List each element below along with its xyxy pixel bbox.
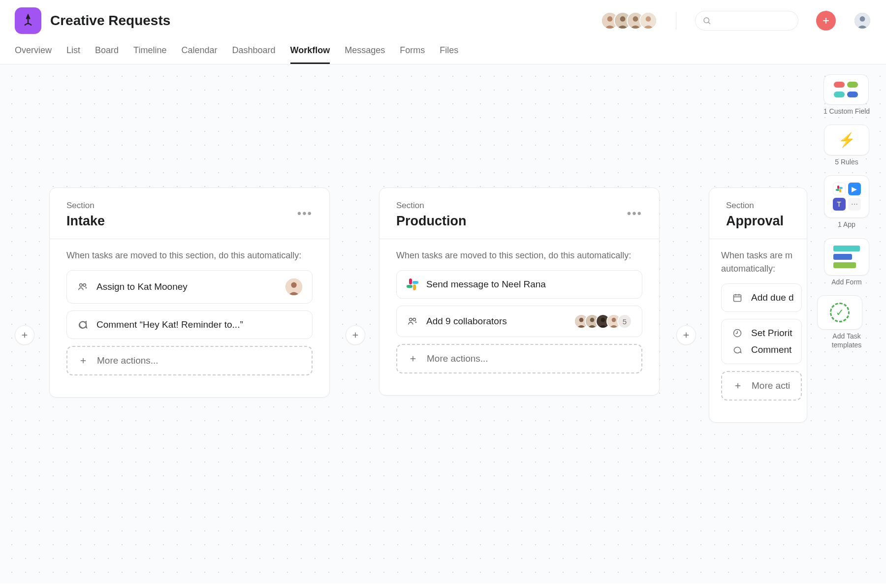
- tool-custom-fields[interactable]: 1 Custom Field: [823, 74, 870, 116]
- section-label: Section: [726, 201, 784, 211]
- project-icon: [15, 7, 41, 34]
- rule-comment[interactable]: Comment “Hey Kat! Reminder to...”: [66, 310, 313, 339]
- rule-collaborators[interactable]: Add 9 collaborators 5: [396, 306, 642, 337]
- tool-rail: 1 Custom Field ⚡ 5 Rules ▶: [817, 74, 876, 574]
- rule-priority-comment[interactable]: Set Priorit Comment: [721, 319, 802, 364]
- collaborator-avatars: 5: [574, 314, 632, 329]
- more-actions-label: More actions...: [427, 353, 488, 364]
- tab-files[interactable]: Files: [440, 40, 458, 64]
- more-apps-icon: ⋯: [848, 198, 861, 211]
- project-header: Creative Requests Overview List Board Ti…: [0, 0, 886, 64]
- plus-icon: [351, 331, 360, 340]
- svg-line-9: [708, 22, 710, 24]
- rule-text: Add due d: [751, 292, 794, 303]
- svg-point-13: [860, 16, 865, 22]
- add-section-button[interactable]: [15, 325, 34, 345]
- section-label: Section: [396, 201, 467, 211]
- more-actions-button[interactable]: More acti: [721, 371, 802, 401]
- svg-point-33: [612, 318, 616, 322]
- svg-point-16: [80, 284, 83, 287]
- add-section-button[interactable]: [346, 325, 365, 345]
- rule-text: Add 9 collaborators: [426, 316, 507, 327]
- plus-icon: [20, 331, 29, 340]
- svg-point-27: [579, 318, 584, 322]
- section-card-intake[interactable]: Section Intake ••• When tasks are moved …: [49, 187, 330, 398]
- svg-point-3: [620, 16, 626, 22]
- assign-icon: [77, 281, 89, 293]
- section-name: Intake: [66, 214, 105, 229]
- plus-icon: [821, 16, 831, 26]
- tab-workflow[interactable]: Workflow: [290, 40, 330, 64]
- tab-forms[interactable]: Forms: [400, 40, 425, 64]
- svg-point-25: [413, 318, 416, 321]
- tab-calendar[interactable]: Calendar: [181, 40, 217, 64]
- rule-intro: When tasks are mautomatically:: [721, 249, 802, 276]
- rule-text: Comment “Hey Kat! Reminder to...”: [96, 319, 243, 330]
- workflow-canvas[interactable]: Section Intake ••• When tasks are moved …: [0, 64, 886, 584]
- more-actions-button[interactable]: More actions...: [66, 346, 313, 375]
- tool-templates[interactable]: ✓ Add Task templates: [817, 295, 876, 349]
- more-actions-button[interactable]: More actions...: [396, 344, 642, 373]
- plus-icon: [407, 353, 419, 365]
- tab-messages[interactable]: Messages: [345, 40, 385, 64]
- rule-text: Comment: [751, 344, 791, 355]
- tool-rules[interactable]: ⚡ 5 Rules: [824, 124, 869, 166]
- svg-point-8: [704, 18, 709, 23]
- slack-icon: [407, 279, 418, 290]
- comment-icon: [77, 319, 89, 331]
- section-name: Approval: [726, 214, 784, 229]
- svg-point-1: [607, 16, 613, 22]
- assignee-avatar: [285, 279, 302, 295]
- check-circle-icon: ✓: [830, 303, 850, 322]
- svg-point-19: [291, 282, 296, 288]
- search-input[interactable]: [695, 11, 798, 31]
- more-actions-label: More actions...: [97, 355, 158, 366]
- rule-intro: When tasks are moved to this section, do…: [396, 249, 642, 262]
- tool-apps[interactable]: ▶ T ⋯ 1 App: [824, 175, 869, 229]
- svg-point-24: [410, 318, 412, 321]
- rule-text: Send message to Neel Rana: [426, 279, 546, 290]
- tool-form[interactable]: Add Form: [824, 238, 869, 286]
- search-icon: [702, 16, 711, 25]
- calendar-icon: [731, 292, 743, 304]
- section-name: Production: [396, 214, 467, 229]
- member-avatar[interactable]: [639, 12, 657, 30]
- add-button[interactable]: [816, 11, 836, 31]
- separator: [676, 12, 676, 30]
- rule-slack[interactable]: Send message to Neel Rana: [396, 270, 642, 299]
- rule-assign[interactable]: Assign to Kat Mooney: [66, 270, 313, 304]
- project-members[interactable]: [601, 12, 657, 30]
- tab-timeline[interactable]: Timeline: [133, 40, 166, 64]
- priority-icon: [731, 327, 743, 339]
- tab-list[interactable]: List: [66, 40, 80, 64]
- plus-icon: [77, 355, 89, 367]
- zoom-icon: ▶: [848, 183, 861, 195]
- teams-icon: T: [833, 198, 846, 211]
- form-icon: [833, 246, 860, 268]
- svg-point-29: [590, 318, 595, 322]
- collaborators-icon: [407, 315, 418, 327]
- plus-icon: [732, 380, 744, 392]
- section-card-approval[interactable]: Section Approval When tasks are mautomat…: [709, 187, 807, 423]
- svg-rect-38: [734, 295, 741, 301]
- tab-overview[interactable]: Overview: [15, 40, 52, 64]
- tab-dashboard[interactable]: Dashboard: [232, 40, 275, 64]
- current-user-avatar[interactable]: [854, 12, 871, 30]
- svg-point-5: [633, 16, 638, 22]
- slack-icon: [833, 183, 846, 195]
- tab-board[interactable]: Board: [95, 40, 119, 64]
- svg-point-31: [601, 318, 605, 322]
- project-tabs: Overview List Board Timeline Calendar Da…: [15, 40, 871, 64]
- rule-intro: When tasks are moved to this section, do…: [66, 249, 313, 262]
- plus-icon: [682, 331, 691, 340]
- rule-text: Assign to Kat Mooney: [96, 281, 188, 292]
- section-card-production[interactable]: Section Production ••• When tasks are mo…: [379, 187, 660, 396]
- add-section-button[interactable]: [676, 325, 696, 345]
- more-actions-label: More acti: [752, 380, 790, 391]
- section-more-button[interactable]: •••: [297, 201, 313, 219]
- section-more-button[interactable]: •••: [627, 201, 642, 219]
- svg-point-7: [646, 16, 651, 22]
- section-label: Section: [66, 201, 105, 211]
- project-title: Creative Requests: [50, 13, 170, 29]
- rule-due-date[interactable]: Add due d: [721, 283, 802, 312]
